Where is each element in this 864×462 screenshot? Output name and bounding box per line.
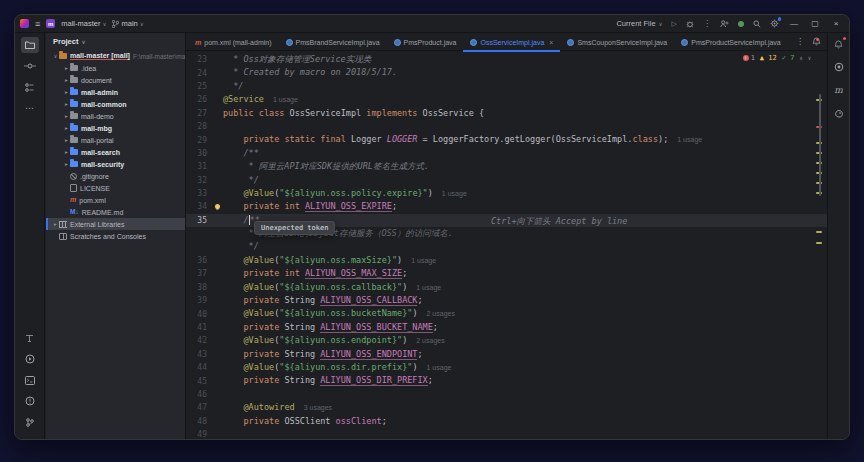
code-line-47[interactable]: 47 @Autowired3 usages <box>186 401 827 414</box>
warning-stripe-mark[interactable] <box>816 231 822 233</box>
settings-button[interactable] <box>770 19 779 28</box>
code-with-me-icon[interactable] <box>720 20 729 28</box>
tree-chevron-icon[interactable]: ▸ <box>63 137 70 143</box>
run-tool-button[interactable] <box>21 351 39 367</box>
tree-item--idea[interactable]: ▸.idea <box>46 62 185 74</box>
code-line-38[interactable]: 38 @Value("${aliyun.oss.callback}")1 usa… <box>186 281 827 294</box>
code-line-29[interactable]: 29 private static final Logger LOGGER = … <box>186 133 827 146</box>
intention-bulb-icon[interactable] <box>211 204 223 209</box>
minimize-button[interactable]: — <box>788 19 800 28</box>
tree-chevron-icon[interactable]: ▸ <box>63 89 70 95</box>
tree-item-external-libraries[interactable]: ▸External Libraries <box>46 218 185 230</box>
tree-chevron-icon[interactable]: ▸ <box>63 125 70 131</box>
code-line-39[interactable]: 39 private String ALIYUN_OSS_CALLBACK; <box>186 294 827 307</box>
code-line-24[interactable]: 24 * Created by macro on 2018/5/17. <box>186 66 827 79</box>
editor-tab[interactable]: OssServiceImpl.java× <box>463 33 560 51</box>
code-line-27[interactable]: 27public class OssServiceImpl implements… <box>186 107 827 120</box>
code-line-44[interactable]: 44 @Value("${aliyun.oss.dir.prefix}")1 u… <box>186 361 827 374</box>
search-icon[interactable] <box>753 20 761 28</box>
tree-item-readme-md[interactable]: M↓README.md <box>46 206 185 218</box>
debug-icon[interactable] <box>686 20 694 28</box>
code-line-49[interactable]: 49 <box>186 428 827 439</box>
tab-options-icon[interactable]: ⋮ <box>796 37 804 46</box>
close-button[interactable]: × <box>830 19 842 28</box>
tree-chevron-icon[interactable]: ▸ <box>52 221 59 227</box>
project-widget[interactable]: mall-master ∨ <box>61 19 106 28</box>
tree-chevron-icon[interactable]: ▸ <box>63 161 70 167</box>
code-line-48[interactable]: 48 private OSSClient ossClient; <box>186 415 827 428</box>
ghost-code-line[interactable]: */ <box>186 240 827 253</box>
code-line-43[interactable]: 43 private String ALIYUN_OSS_ENDPOINT; <box>186 348 827 361</box>
tree-item-document[interactable]: ▸document <box>46 74 185 86</box>
code-editor[interactable]: 23 * Oss对象存储管理Service实现类24 * Created by … <box>186 51 827 439</box>
notifications-tool-button[interactable] <box>830 36 848 52</box>
code-line-37[interactable]: 37 private int ALIYUN_OSS_MAX_SIZE; <box>186 267 827 280</box>
terminal-tool-button[interactable] <box>21 372 39 388</box>
tree-item-pom-xml[interactable]: mpom.xml <box>46 194 185 206</box>
code-line-23[interactable]: 23 * Oss对象存储管理Service实现类 <box>186 53 827 66</box>
tree-item-mall-security[interactable]: ▸mall-security <box>46 158 185 170</box>
code-line-33[interactable]: 33 @Value("${aliyun.oss.policy.expire}")… <box>186 187 827 200</box>
inspections-widget[interactable]: ! 1 ▲ 12 ✓ 7 ∧ ∨ <box>743 54 811 62</box>
editor-tab[interactable]: PmsBrandServiceImpl.java <box>279 33 387 51</box>
tree-item-mall-master-mall-[interactable]: ∨mall-master [mall]F:\mall-master\mall-m… <box>46 50 185 62</box>
main-menu-icon[interactable]: ≡ <box>35 19 40 29</box>
project-tool-button[interactable] <box>21 37 39 53</box>
code-line-28[interactable]: 28 <box>186 120 827 133</box>
tree-item-mall-common[interactable]: ▸mall-common <box>46 98 185 110</box>
editor-tab[interactable]: mpom.xml (mall-admin) <box>188 33 279 51</box>
editor-tab[interactable]: SmsCouponServiceImpl.java <box>560 33 674 51</box>
scrollbar-error-stripe[interactable] <box>813 51 825 439</box>
code-line-30[interactable]: 30 /** <box>186 147 827 160</box>
tab-close-icon[interactable]: × <box>549 39 553 46</box>
tree-item--gitignore[interactable]: .gitignore <box>46 170 185 182</box>
commit-tool-button[interactable] <box>21 58 39 74</box>
code-line-32[interactable]: 32 */ <box>186 174 827 187</box>
run-configuration-widget[interactable]: Current File ∨ <box>616 19 662 28</box>
code-line-34[interactable]: 34 private int ALIYUN_OSS_EXPIRE; <box>186 200 827 213</box>
gradle-tool-button[interactable] <box>830 105 848 121</box>
chevron-down-icon[interactable]: ∨ <box>81 39 85 45</box>
ai-assistant-tool-button[interactable] <box>830 59 848 75</box>
code-line-40[interactable]: 40 @Value("${aliyun.oss.bucketName}")2 u… <box>186 307 827 320</box>
notifications-button[interactable] <box>812 37 821 46</box>
git-tool-button[interactable] <box>21 414 39 430</box>
services-tool-button[interactable] <box>21 330 39 346</box>
tree-chevron-icon[interactable]: ▸ <box>63 101 70 107</box>
chevron-up-icon[interactable]: ∧ <box>799 55 802 61</box>
vcs-branch-widget[interactable]: main ∨ <box>112 19 143 28</box>
warning-stripe-mark[interactable] <box>816 242 822 244</box>
run-button[interactable]: ▷ <box>672 20 677 28</box>
editor-tab[interactable]: PmsProductServiceImpl.java <box>674 33 787 51</box>
code-line-45[interactable]: 45 private String ALIYUN_OSS_DIR_PREFIX; <box>186 374 827 387</box>
code-line-26[interactable]: 26@Service1 usage <box>186 93 827 106</box>
tree-item-license[interactable]: LICENSE <box>46 182 185 194</box>
tree-item-mall-demo[interactable]: ▸mall-demo <box>46 110 185 122</box>
editor-tab[interactable]: PmsProduct.java <box>387 33 464 51</box>
problems-tool-button[interactable] <box>21 393 39 409</box>
tree-chevron-icon[interactable]: ▸ <box>63 149 70 155</box>
tree-chevron-icon[interactable]: ∨ <box>52 53 59 59</box>
code-line-46[interactable]: 46 <box>186 388 827 401</box>
tree-chevron-icon[interactable]: ▸ <box>63 77 70 83</box>
structure-tool-button[interactable] <box>21 79 39 95</box>
more-actions-icon[interactable]: ⋮ <box>703 19 711 28</box>
maven-tool-button[interactable]: m <box>830 82 848 98</box>
running-process-indicator[interactable] <box>738 21 744 27</box>
chevron-down-icon[interactable]: ∨ <box>808 55 811 61</box>
tree-item-scratches-and-consoles[interactable]: Scratches and Consoles <box>46 230 185 242</box>
tree-item-mall-portal[interactable]: ▸mall-portal <box>46 134 185 146</box>
tree-chevron-icon[interactable]: ▸ <box>63 113 70 119</box>
code-line-36[interactable]: 36 @Value("${aliyun.oss.maxSize}")1 usag… <box>186 254 827 267</box>
code-line-42[interactable]: 42 @Value("${aliyun.oss.endpoint}")2 usa… <box>186 334 827 347</box>
tree-item-mall-mbg[interactable]: ▸mall-mbg <box>46 122 185 134</box>
maximize-button[interactable]: ▢ <box>809 19 821 28</box>
tree-item-mall-search[interactable]: ▸mall-search <box>46 146 185 158</box>
tree-item-mall-admin[interactable]: ▸mall-admin <box>46 86 185 98</box>
code-line-25[interactable]: 25 */ <box>186 80 827 93</box>
more-tool-windows-button[interactable]: ⋯ <box>21 100 39 116</box>
code-line-41[interactable]: 41 private String ALIYUN_OSS_BUCKET_NAME… <box>186 321 827 334</box>
code-line-31[interactable]: 31 * 阿里云API对应SDK提供的URL签名生成方式. <box>186 160 827 173</box>
tree-chevron-icon[interactable]: ▸ <box>63 65 70 71</box>
scrollbar-thumb[interactable] <box>819 94 821 196</box>
